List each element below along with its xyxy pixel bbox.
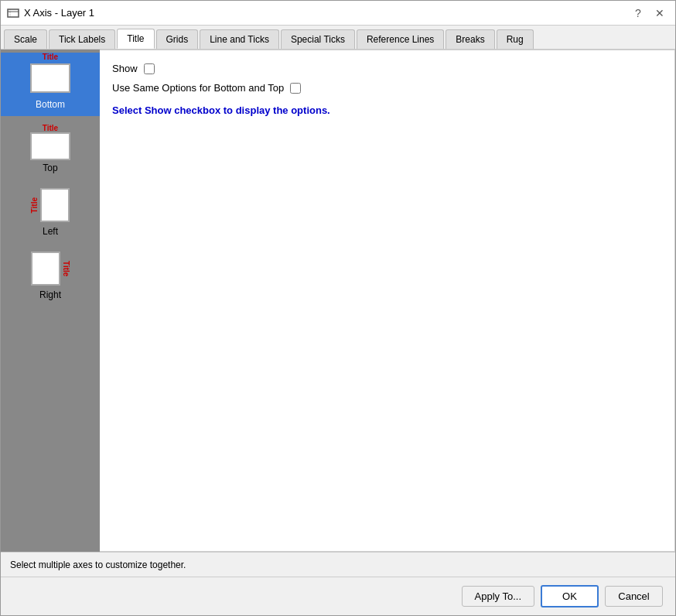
same-options-row: Use Same Options for Bottom and Top: [112, 82, 662, 94]
sidebar-item-right[interactable]: Title Right: [1, 243, 100, 306]
tab-grids[interactable]: Grids: [156, 29, 199, 49]
main-content: Title Bottom Title Top: [1, 50, 675, 552]
show-checkbox[interactable]: [144, 63, 155, 74]
top-axis-icon: Title: [29, 122, 72, 161]
title-bar: X Axis - Layer 1 ? ✕: [1, 1, 675, 26]
sidebar-bottom-label: Bottom: [36, 99, 65, 110]
main-window: X Axis - Layer 1 ? ✕ Scale Tick Labels T…: [0, 0, 676, 616]
sidebar-item-bottom[interactable]: Title Bottom: [1, 53, 100, 116]
sidebar-spacer: [1, 306, 100, 549]
sidebar-item-left[interactable]: Title Left: [1, 180, 100, 243]
show-label: Show: [112, 63, 138, 74]
tab-breaks[interactable]: Breaks: [446, 29, 494, 49]
same-options-checkbox[interactable]: [290, 83, 301, 94]
tab-line-and-ticks[interactable]: Line and Ticks: [200, 29, 279, 49]
sidebar-right-label: Right: [39, 289, 61, 300]
same-options-label: Use Same Options for Bottom and Top: [112, 82, 284, 94]
window-title: X Axis - Layer 1: [24, 7, 94, 19]
info-text: Select Show checkbox to display the opti…: [112, 104, 662, 116]
title-bar-left: X Axis - Layer 1: [7, 7, 94, 19]
help-button[interactable]: ?: [629, 4, 647, 22]
svg-rect-0: [8, 9, 19, 17]
sidebar-top-label: Top: [43, 163, 57, 173]
tab-scale[interactable]: Scale: [4, 29, 47, 49]
sidebar-left-label: Left: [43, 226, 58, 237]
title-bar-controls: ? ✕: [629, 4, 669, 22]
apply-to-button[interactable]: Apply To...: [462, 586, 534, 607]
tab-reference-lines[interactable]: Reference Lines: [357, 29, 444, 49]
status-text: Select multiple axes to customize togeth…: [10, 560, 186, 570]
left-axis-icon: Title: [29, 186, 72, 224]
show-row: Show: [112, 63, 662, 74]
window-icon: [7, 7, 19, 19]
right-axis-icon: Title: [29, 249, 72, 288]
tab-special-ticks[interactable]: Special Ticks: [281, 29, 355, 49]
status-bar: Select multiple axes to customize togeth…: [1, 552, 675, 577]
tab-rug[interactable]: Rug: [497, 29, 534, 49]
dialog-buttons: Apply To... OK Cancel: [1, 577, 675, 615]
ok-button[interactable]: OK: [541, 585, 599, 607]
close-button[interactable]: ✕: [650, 4, 669, 22]
tab-title[interactable]: Title: [117, 29, 154, 49]
sidebar: Title Bottom Title Top: [1, 50, 100, 552]
bottom-axis-icon: Title: [29, 59, 72, 98]
cancel-button[interactable]: Cancel: [605, 586, 663, 607]
sidebar-item-top[interactable]: Title Top: [1, 116, 100, 180]
tab-tick-labels[interactable]: Tick Labels: [49, 29, 115, 49]
content-panel: Show Use Same Options for Bottom and Top…: [100, 50, 675, 552]
tab-bar: Scale Tick Labels Title Grids Line and T…: [1, 26, 675, 50]
